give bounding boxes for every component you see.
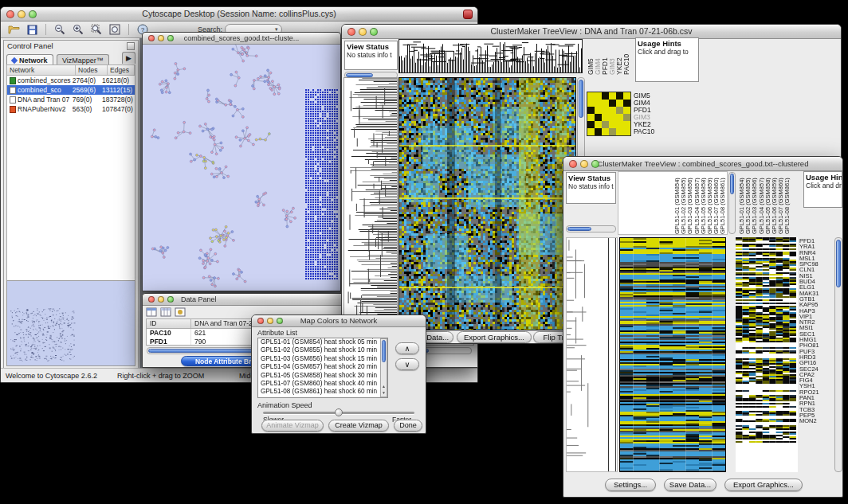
zoom-in-icon[interactable]	[70, 23, 86, 37]
zoom-button[interactable]	[167, 35, 174, 41]
array-column-label[interactable]: GPL51-08 (GSM861)	[719, 172, 725, 234]
row-dendrogram[interactable]	[566, 237, 618, 472]
gene-label[interactable]: ELG1	[799, 284, 833, 290]
gene-label[interactable]: RNR4	[799, 250, 833, 256]
attribute-list-item[interactable]: GPL51-08 (GSM861) heat shock 60 min	[258, 388, 387, 396]
gene-label[interactable]: PEP5	[799, 412, 833, 418]
array-column-label[interactable]: GPL51-04 (GSM857)	[693, 172, 700, 234]
select-attributes-icon[interactable]	[160, 307, 171, 317]
gene-label[interactable]: VIP1	[799, 314, 833, 319]
network-row-4[interactable]: RNAPuberNov2 563(0) 107847(0)	[7, 104, 135, 114]
gene-label[interactable]: MAK31	[799, 291, 833, 296]
animation-speed-slider[interactable]	[263, 412, 414, 414]
attribute-list-item[interactable]: GPL51-07 (GSM860) heat shock 40 min	[258, 380, 387, 388]
attribute-table-icon[interactable]	[146, 307, 157, 317]
open-file-button[interactable]	[6, 23, 22, 37]
gene-label[interactable]: NIS1	[799, 273, 833, 279]
gene-label[interactable]: HMG1	[799, 337, 833, 342]
network-row-2-selected[interactable]: combined_sco 2569(6) 13112(15)	[7, 85, 135, 95]
heatmap-canvas[interactable]	[399, 78, 575, 330]
tab-overflow-button[interactable]: ▶	[122, 52, 135, 64]
tv2-export-graphics-button[interactable]: Export Graphics...	[724, 479, 803, 491]
column-dendrogram[interactable]	[398, 39, 583, 73]
panel-grid-icon[interactable]	[127, 42, 135, 50]
tv2-settings-button[interactable]: Settings...	[605, 479, 656, 491]
close-button[interactable]	[6, 10, 14, 18]
minimize-button[interactable]	[158, 35, 164, 41]
function-builder-icon[interactable]	[175, 307, 186, 317]
attribute-list-vscroll[interactable]: ▲ ▼	[380, 338, 387, 397]
gene-label[interactable]: BUD4	[799, 279, 833, 284]
matrix-col-label[interactable]: YKE2	[615, 37, 622, 75]
gene-label[interactable]: HAP3	[799, 308, 833, 314]
close-button[interactable]	[148, 35, 155, 41]
close-button[interactable]	[148, 296, 155, 303]
zoom-button[interactable]	[591, 160, 599, 168]
vscroll-thumb[interactable]	[382, 340, 386, 362]
array-column-label[interactable]: GPL51-01 (GSM854)	[673, 172, 680, 234]
tv2-save-data-button[interactable]: Save Data...	[664, 479, 716, 491]
vscroll-thumb[interactable]	[730, 174, 734, 194]
matrix-col-label[interactable]: GIM3	[608, 37, 615, 75]
matrix-row-label[interactable]: PAC10	[634, 128, 665, 135]
scroll-down-arrow[interactable]: ▼	[381, 390, 387, 397]
treeview2-titlebar[interactable]: ClusterMaker TreeView : combined_scores_…	[563, 157, 842, 171]
gene-label[interactable]: CPA2	[799, 372, 833, 377]
gene-label[interactable]: YSH1	[799, 383, 833, 389]
treeview2-mini-hscroll[interactable]	[566, 225, 616, 232]
gene-label[interactable]: RPN1	[799, 400, 833, 406]
zoom-button[interactable]	[29, 10, 37, 18]
overview-thumbnail-canvas[interactable]	[7, 281, 135, 365]
gene-label[interactable]: YRA1	[799, 244, 833, 249]
gene-label[interactable]: RPO21	[799, 389, 833, 395]
minimize-button[interactable]	[158, 296, 164, 303]
minimize-button[interactable]	[359, 28, 367, 36]
network-row-3[interactable]: DNA and Tran 07 769(0) 183728(0)	[7, 95, 135, 104]
col-id[interactable]: ID	[147, 319, 191, 328]
network-overview-panel[interactable]	[6, 280, 135, 366]
gene-label[interactable]: PHO81	[799, 342, 833, 348]
zoom-button[interactable]	[370, 28, 378, 36]
selected-heatmap-canvas[interactable]	[736, 237, 796, 471]
row-dendrogram-canvas[interactable]	[344, 78, 397, 330]
array-column-label[interactable]: GPL51-06 (GSM859)	[706, 172, 713, 234]
col-network[interactable]: Network	[7, 65, 76, 75]
vscroll-thumb[interactable]	[836, 240, 841, 287]
network-graph-canvas[interactable]	[143, 45, 340, 291]
tv1-export-graphics-button[interactable]: Export Graphics...	[457, 331, 532, 343]
gene-label[interactable]: SPC98	[799, 261, 833, 267]
gene-label[interactable]: GTB1	[799, 296, 833, 302]
save-session-button[interactable]	[24, 23, 40, 37]
gene-label[interactable]: NTR2	[799, 319, 833, 325]
correlation-matrix[interactable]	[587, 92, 631, 136]
network-row-1[interactable]: combined_scores 2764(0) 16218(0)	[7, 76, 135, 85]
gene-label[interactable]: FIG4	[799, 377, 833, 383]
array-column-label[interactable]: GPL51-03 (GSM856)	[751, 172, 757, 234]
vscroll-thumb[interactable]	[579, 80, 583, 118]
array-column-label[interactable]: GPL51-01 (GSM854)	[738, 172, 744, 234]
matrix-col-label[interactable]: GIM4	[594, 37, 601, 75]
slider-thumb[interactable]	[335, 408, 343, 416]
attribute-list-item[interactable]: GPL51-05 (GSM858) heat shock 30 min	[258, 372, 387, 380]
array-column-label[interactable]: GPL51-06 (GSM859)	[771, 172, 777, 234]
close-button[interactable]	[569, 160, 577, 168]
zoom-fit-icon[interactable]	[107, 23, 123, 37]
heatmap-selected[interactable]	[736, 237, 798, 472]
close-button[interactable]	[347, 28, 355, 36]
zoom-button[interactable]	[277, 318, 283, 324]
heatmap-main[interactable]	[398, 77, 576, 330]
network-view-titlebar[interactable]: combined_scores_good.txt--cluste...	[143, 33, 340, 45]
heatmap-canvas[interactable]	[620, 238, 725, 471]
animate-vizmap-button[interactable]: Animate Vizmap	[261, 420, 324, 432]
scroll-up-arrow[interactable]: ▲	[381, 384, 387, 390]
col-edges[interactable]: Edges	[108, 65, 135, 75]
correlation-matrix-canvas[interactable]	[587, 92, 630, 135]
attribute-list-item[interactable]: GPL51-04 (GSM857) heat shock 20 min	[258, 363, 387, 371]
array-column-label[interactable]: GPL51-08 (GSM861)	[783, 172, 790, 234]
gene-label[interactable]: MSL1	[799, 256, 833, 261]
minimize-button[interactable]	[267, 318, 273, 324]
gene-label[interactable]: GPI16	[799, 360, 833, 365]
attribute-list-item[interactable]: GPL51-01 (GSM854) heat shock 05 min	[258, 338, 387, 346]
create-vizmap-button[interactable]: Create Vizmap	[328, 420, 389, 432]
gene-label[interactable]: PFD1	[799, 238, 833, 244]
